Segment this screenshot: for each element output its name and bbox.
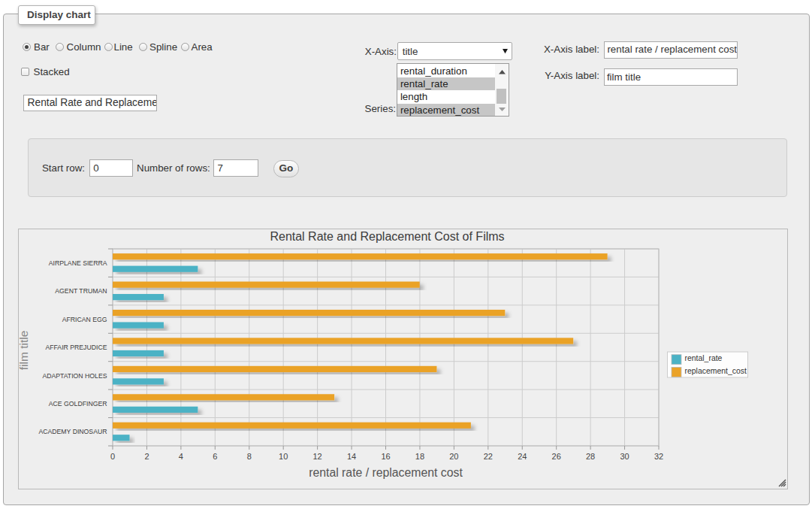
svg-text:Rental Rate and Replacement Co: Rental Rate and Replacement Cost of Film… xyxy=(270,230,504,243)
svg-text:AIRPLANE SIERRA: AIRPLANE SIERRA xyxy=(49,259,107,267)
svg-text:AFRICAN EGG: AFRICAN EGG xyxy=(62,316,107,323)
svg-text:14: 14 xyxy=(347,452,356,461)
svg-text:26: 26 xyxy=(552,452,561,461)
svg-text:22: 22 xyxy=(484,452,493,461)
svg-text:20: 20 xyxy=(449,452,458,461)
svg-text:AGENT TRUMAN: AGENT TRUMAN xyxy=(55,287,107,295)
svg-text:12: 12 xyxy=(312,452,321,461)
svg-text:ACADEMY DINOSAUR: ACADEMY DINOSAUR xyxy=(38,428,107,435)
svg-text:replacement_cost: replacement_cost xyxy=(685,367,747,375)
svg-text:ACE GOLDFINGER: ACE GOLDFINGER xyxy=(49,400,107,407)
svg-text:6: 6 xyxy=(213,452,217,461)
svg-text:AFFAIR PREJUDICE: AFFAIR PREJUDICE xyxy=(45,344,107,351)
svg-text:16: 16 xyxy=(381,452,390,461)
svg-text:rental rate / replacement cost: rental rate / replacement cost xyxy=(309,466,463,479)
svg-text:2: 2 xyxy=(144,452,149,461)
svg-text:28: 28 xyxy=(586,452,595,461)
svg-text:32: 32 xyxy=(654,452,663,461)
svg-text:18: 18 xyxy=(415,452,424,461)
svg-text:film title: film title xyxy=(18,331,30,371)
svg-text:0: 0 xyxy=(110,452,115,461)
svg-text:8: 8 xyxy=(247,452,252,461)
svg-text:24: 24 xyxy=(518,452,527,461)
svg-text:30: 30 xyxy=(620,452,629,461)
svg-text:4: 4 xyxy=(179,452,183,461)
svg-text:rental_rate: rental_rate xyxy=(685,354,723,362)
svg-text:10: 10 xyxy=(279,452,288,461)
svg-text:ADAPTATION HOLES: ADAPTATION HOLES xyxy=(42,372,107,380)
